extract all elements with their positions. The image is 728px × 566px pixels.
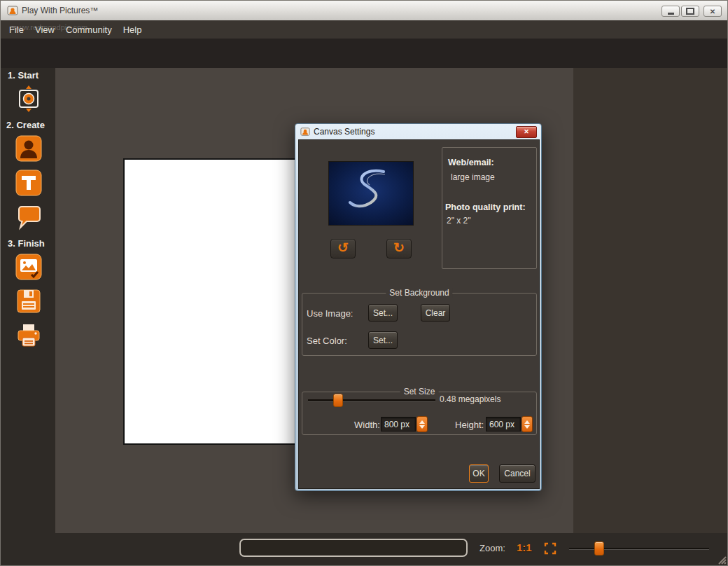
save-icon[interactable]	[15, 287, 43, 315]
preview-image	[329, 162, 413, 225]
window-titlebar: Play With Pictures™ ✕	[1, 1, 727, 21]
print-icon[interactable]	[15, 322, 43, 350]
height-step-down-icon	[524, 425, 530, 429]
minimize-button[interactable]	[662, 6, 680, 17]
width-input[interactable]	[381, 417, 416, 432]
menu-help[interactable]: Help	[118, 22, 148, 38]
close-icon: ✕	[524, 127, 529, 137]
menu-view[interactable]: View	[29, 22, 60, 38]
zoom-slider-handle[interactable]	[594, 541, 604, 555]
add-text-icon[interactable]	[15, 169, 43, 197]
size-slider-track[interactable]	[308, 399, 435, 401]
height-label: Height:	[455, 420, 484, 430]
add-speech-bubble-icon[interactable]	[15, 203, 43, 231]
text-entry-field[interactable]	[239, 539, 468, 557]
fit-screen-icon	[544, 542, 556, 555]
height-stepper[interactable]	[522, 416, 533, 432]
status-bar: Zoom: 1:1	[1, 533, 728, 566]
dialog-title: Canvas Settings	[314, 127, 374, 137]
maximize-icon	[686, 8, 694, 15]
canvas-preview-thumbnail	[328, 161, 414, 226]
resize-grip[interactable]	[715, 553, 727, 565]
megapixels-value: 0.48 megapixels	[440, 394, 500, 404]
text-tool-icon	[15, 169, 43, 197]
zoom-100-button[interactable]: 1:1	[517, 541, 532, 553]
export-image-icon[interactable]	[15, 253, 43, 281]
close-icon: ✕	[710, 7, 715, 16]
step-label-finish: 3. Finish	[8, 238, 45, 249]
toolbar-strip	[1, 39, 727, 68]
width-step-up-icon	[419, 420, 425, 424]
ok-button[interactable]: OK	[469, 464, 489, 483]
height-step-up-icon	[524, 420, 530, 424]
rotate-cw-button[interactable]: ↻	[386, 239, 412, 258]
menu-bar: File View Community Help	[1, 20, 727, 39]
photo-export-icon	[15, 253, 43, 281]
step-label-create: 2. Create	[6, 120, 45, 130]
floppy-disk-icon	[15, 287, 43, 315]
step-label-start: 1. Start	[8, 70, 38, 81]
add-person-icon[interactable]	[15, 134, 43, 163]
person-icon	[15, 134, 43, 163]
minimize-icon	[668, 13, 674, 15]
clear-image-button[interactable]: Clear	[421, 304, 450, 322]
size-info-box: Web/email: large image Photo quality pri…	[442, 147, 537, 269]
right-panel	[573, 68, 728, 533]
web-email-label: Web/email:	[448, 158, 494, 167]
window-title: Play With Pictures™	[22, 6, 98, 15]
set-image-button[interactable]: Set...	[368, 304, 398, 322]
steps-sidebar: 1. Start 2. Create	[1, 68, 55, 533]
height-input[interactable]	[486, 417, 521, 432]
set-color-button[interactable]: Set...	[368, 331, 398, 349]
canvas-settings-dialog: Canvas Settings ✕	[295, 123, 542, 491]
maximize-button[interactable]	[681, 6, 699, 17]
set-background-legend: Set Background	[386, 288, 452, 298]
width-stepper[interactable]	[416, 416, 428, 432]
gear-canvas-icon	[15, 85, 43, 113]
zoom-slider-track[interactable]	[569, 548, 709, 549]
rotate-ccw-button[interactable]: ↺	[330, 239, 356, 258]
canvas-setup-icon[interactable]	[15, 85, 43, 113]
width-label: Width:	[354, 420, 380, 430]
app-window: Play With Pictures™ ✕ File View Communit…	[0, 0, 728, 566]
set-size-legend: Set Size	[400, 387, 439, 396]
dialog-titlebar[interactable]: Canvas Settings ✕	[295, 124, 541, 139]
dialog-close-button[interactable]: ✕	[516, 126, 537, 138]
set-background-group: Set Background Use Image: Set... Clear S…	[302, 293, 537, 356]
print-quality-value: 2" x 2"	[447, 216, 471, 226]
set-size-group: Set Size 0.48 megapixels Width: Height:	[302, 392, 537, 435]
use-image-label: Use Image:	[307, 308, 353, 319]
dialog-content: Web/email: large image Photo quality pri…	[298, 139, 540, 489]
menu-file[interactable]: File	[4, 22, 29, 38]
app-icon	[7, 5, 18, 16]
rotate-ccw-icon: ↺	[337, 240, 349, 255]
close-button[interactable]: ✕	[704, 6, 722, 17]
web-email-value: large image	[451, 172, 495, 182]
menu-community[interactable]: Community	[60, 22, 118, 38]
cancel-button[interactable]: Cancel	[499, 464, 536, 483]
dialog-icon	[300, 127, 310, 137]
printer-icon	[15, 322, 43, 350]
width-step-down-icon	[419, 425, 425, 429]
zoom-label: Zoom:	[479, 543, 505, 553]
rotate-cw-icon: ↻	[393, 240, 405, 255]
set-color-label: Set Color:	[307, 336, 347, 346]
zoom-fit-button[interactable]	[544, 542, 556, 555]
speech-bubble-icon	[15, 203, 43, 231]
size-slider-handle[interactable]	[333, 394, 343, 407]
print-quality-label: Photo quality print:	[445, 202, 526, 212]
